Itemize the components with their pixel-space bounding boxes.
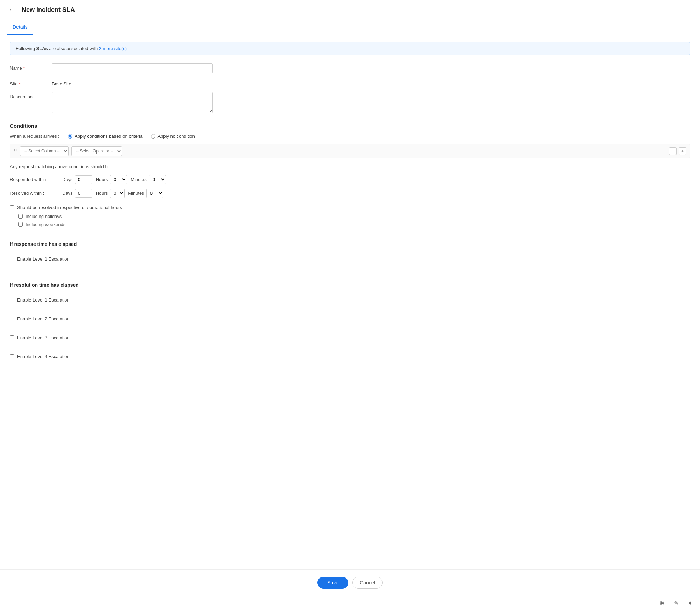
banner-bold: SLAs: [36, 46, 48, 51]
hours-label-1: Hours: [96, 177, 108, 182]
drag-handle-icon: ⠿: [14, 148, 17, 154]
select-column-dropdown[interactable]: -- Select Column --: [20, 146, 69, 156]
back-icon: ←: [9, 6, 15, 14]
responded-hours-select[interactable]: 0123456789101112: [110, 175, 127, 184]
select-operator-dropdown[interactable]: -- Select Operator --: [71, 146, 122, 156]
toolbar-icon-1[interactable]: ⌘: [658, 599, 666, 607]
matching-label: Any request matching above conditions sh…: [10, 164, 690, 169]
site-row: Site * Base Site: [10, 79, 690, 86]
response-level1-label: Enable Level 1 Escalation: [17, 256, 70, 262]
site-label: Site *: [10, 79, 52, 86]
resolve-irrespective-checkbox[interactable]: [10, 205, 14, 210]
radio-apply-criteria[interactable]: Apply conditions based on criteria: [68, 134, 142, 139]
toolbar-icon-2[interactable]: ✎: [672, 599, 680, 607]
including-holidays-checkbox[interactable]: [18, 214, 23, 219]
form-name-section: Name * Site * Base Site Description: [10, 63, 690, 113]
including-weekends-label: Including weekends: [26, 222, 65, 227]
resolution-level2-label: Enable Level 2 Escalation: [17, 316, 70, 321]
responded-hours-unit: Hours 0123456789101112: [96, 175, 127, 184]
banner-link[interactable]: 2 more site(s): [99, 46, 127, 51]
radio-criteria-input[interactable]: [68, 134, 72, 139]
page-header: ← New Incident SLA: [0, 0, 700, 20]
criteria-row: ⠿ -- Select Column -- -- Select Operator…: [10, 144, 690, 158]
minutes-label-1: Minutes: [131, 177, 147, 182]
name-row: Name *: [10, 63, 690, 73]
banner-prefix: Following: [16, 46, 36, 51]
name-input[interactable]: [52, 63, 213, 73]
response-level1-row: Enable Level 1 Escalation: [10, 251, 690, 267]
responded-minutes-select[interactable]: 0153045: [149, 175, 166, 184]
site-required: *: [18, 81, 21, 86]
days-label-1: Days: [62, 177, 73, 182]
response-level1-checkbox[interactable]: [10, 257, 14, 261]
name-required: *: [22, 65, 25, 71]
remove-criteria-button[interactable]: −: [669, 147, 677, 155]
response-escalation-title: If response time has elapsed: [10, 241, 690, 247]
operational-section: Should be resolved irrespective of opera…: [10, 205, 690, 227]
condition-radio-group: Apply conditions based on criteria Apply…: [68, 134, 195, 139]
tab-details[interactable]: Details: [7, 20, 33, 35]
resolved-label: Resolved within :: [10, 191, 59, 196]
resolved-minutes-select[interactable]: 0153045: [146, 189, 163, 198]
time-table: Responded within : Days Hours 0123456789…: [10, 175, 690, 198]
info-banner: Following SLAs are also associated with …: [10, 42, 690, 55]
description-label: Description: [10, 92, 52, 99]
resolution-level1-label: Enable Level 1 Escalation: [17, 297, 70, 303]
resolution-level4-row: Enable Level 4 Escalation: [10, 349, 690, 364]
tab-bar: Details: [0, 20, 700, 35]
description-input[interactable]: [52, 92, 213, 113]
resolution-level1-row: Enable Level 1 Escalation: [10, 292, 690, 307]
including-weekends-checkbox[interactable]: [18, 222, 23, 227]
resolution-level2-row: Enable Level 2 Escalation: [10, 311, 690, 326]
days-label-2: Days: [62, 191, 73, 196]
conditions-section: Conditions When a request arrives : Appl…: [10, 123, 690, 227]
resolution-escalation-title: If resolution time has elapsed: [10, 282, 690, 288]
page-title: New Incident SLA: [22, 6, 75, 14]
resolved-hours-unit: Hours 0123456: [96, 189, 125, 198]
resolved-hours-select[interactable]: 0123456: [110, 189, 125, 198]
resolution-level3-row: Enable Level 3 Escalation: [10, 330, 690, 345]
resolved-days-input[interactable]: [75, 189, 92, 198]
radio-apply-none[interactable]: Apply no condition: [151, 134, 195, 139]
radio-none-input[interactable]: [151, 134, 155, 139]
hours-label-2: Hours: [96, 191, 108, 196]
criteria-actions: − +: [669, 147, 686, 155]
resolution-level4-checkbox[interactable]: [10, 354, 14, 359]
including-holidays-label: Including holidays: [26, 214, 62, 219]
minutes-label-2: Minutes: [128, 191, 144, 196]
divider-1: [10, 234, 690, 234]
bottom-toolbar: ⌘ ✎ ♦: [0, 596, 700, 610]
response-escalation-section: If response time has elapsed Enable Leve…: [10, 241, 690, 267]
main-content: Following SLAs are also associated with …: [0, 35, 700, 569]
resolution-level3-label: Enable Level 3 Escalation: [17, 335, 70, 340]
responded-days-input[interactable]: [75, 175, 92, 184]
resolve-irrespective-row: Should be resolved irrespective of opera…: [10, 205, 690, 210]
resolution-escalation-section: If resolution time has elapsed Enable Le…: [10, 282, 690, 364]
save-button[interactable]: Save: [317, 577, 348, 589]
divider-2: [10, 275, 690, 275]
toolbar-icon-3[interactable]: ♦: [686, 599, 694, 607]
resolution-level4-label: Enable Level 4 Escalation: [17, 354, 70, 359]
banner-suffix: are also associated with: [48, 46, 99, 51]
add-criteria-button[interactable]: +: [679, 147, 686, 155]
resolve-irrespective-label: Should be resolved irrespective of opera…: [17, 205, 122, 210]
site-value: Base Site: [52, 79, 71, 86]
resolved-days-unit: Days: [62, 189, 92, 198]
responded-days-unit: Days: [62, 175, 92, 184]
resolved-minutes-unit: Minutes 0153045: [128, 189, 163, 198]
cancel-button[interactable]: Cancel: [352, 577, 383, 589]
resolved-row: Resolved within : Days Hours 0123456 Min…: [10, 189, 690, 198]
when-row: When a request arrives : Apply condition…: [10, 134, 690, 139]
resolution-level3-checkbox[interactable]: [10, 335, 14, 340]
including-weekends-row: Including weekends: [18, 222, 690, 227]
resolution-level1-checkbox[interactable]: [10, 298, 14, 302]
conditions-title: Conditions: [10, 123, 690, 129]
back-button[interactable]: ←: [7, 5, 17, 15]
responded-minutes-unit: Minutes 0153045: [131, 175, 166, 184]
radio-criteria-label: Apply conditions based on criteria: [75, 134, 142, 139]
responded-row: Responded within : Days Hours 0123456789…: [10, 175, 690, 184]
radio-none-label: Apply no condition: [158, 134, 195, 139]
description-row: Description: [10, 92, 690, 113]
resolution-level2-checkbox[interactable]: [10, 317, 14, 321]
including-holidays-row: Including holidays: [18, 214, 690, 219]
